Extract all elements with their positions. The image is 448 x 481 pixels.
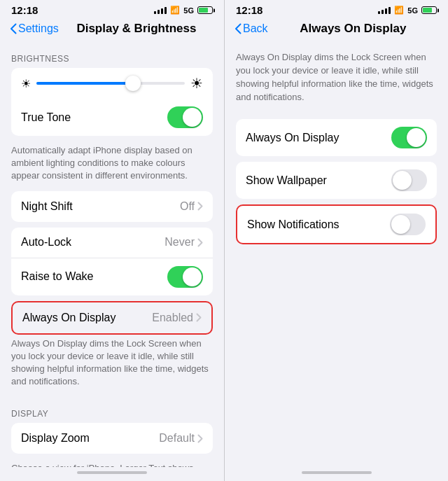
- true-tone-desc: Automatically adapt iPhone display based…: [0, 141, 224, 191]
- raise-to-wake-row[interactable]: Raise to Wake: [11, 258, 213, 295]
- display-section-label: Display: [0, 396, 224, 423]
- right-back-label: Back: [243, 22, 268, 35]
- left-scroll[interactable]: Brightness ☀ ☀ True Tone Automatically a…: [0, 41, 224, 467]
- right-home-indicator: [225, 467, 448, 481]
- raise-to-wake-toggle[interactable]: [167, 266, 203, 288]
- night-shift-label: Night Shift: [21, 200, 180, 213]
- right-status-icons: 📶 5G: [378, 6, 437, 15]
- true-tone-row[interactable]: True Tone: [11, 99, 213, 136]
- display-zoom-value: Default: [159, 432, 195, 445]
- show-wallpaper-label: Show Wallpaper: [246, 174, 391, 187]
- display-zoom-card: Display Zoom Default: [11, 423, 213, 454]
- left-home-bar: [77, 471, 147, 474]
- right-nav-bar: Back Always On Display: [225, 19, 448, 41]
- brightness-thumb: [125, 76, 141, 91]
- right-always-on-label: Always On Display: [246, 132, 391, 144]
- 5g-badge: 5G: [183, 6, 194, 15]
- right-always-on-toggle[interactable]: [391, 127, 427, 148]
- true-tone-label: True Tone: [21, 111, 167, 124]
- right-5g-badge: 5G: [407, 6, 418, 15]
- display-zoom-desc: Choose a view for iPhone. Larger Text sh…: [0, 459, 224, 467]
- left-time: 12:18: [11, 4, 38, 16]
- left-back-button[interactable]: Settings: [10, 22, 59, 35]
- night-shift-value: Off: [180, 200, 195, 213]
- right-nav-title: Always On Display: [300, 22, 406, 35]
- always-on-display-desc: Always On Display dims the Lock Screen w…: [0, 335, 224, 397]
- left-status-bar: 12:18 📶 5G: [0, 0, 224, 19]
- right-status-bar: 12:18 📶 5G: [225, 0, 448, 19]
- show-wallpaper-card: Show Wallpaper: [236, 162, 437, 199]
- night-shift-card: Night Shift Off: [11, 191, 213, 222]
- left-status-icons: 📶 5G: [154, 6, 213, 15]
- right-wifi-icon: 📶: [394, 6, 404, 15]
- left-nav-title: Display & Brightness: [76, 22, 196, 35]
- left-home-indicator: [0, 467, 224, 481]
- brightness-low-icon: ☀: [21, 77, 31, 90]
- right-battery-icon: [421, 6, 437, 14]
- left-nav-bar: Settings Display & Brightness: [0, 19, 224, 41]
- show-notifications-label: Show Notifications: [247, 218, 390, 231]
- night-shift-chevron-icon: [197, 202, 203, 211]
- right-always-on-card: Always On Display: [236, 119, 437, 156]
- right-info-text: Always On Display dims the Lock Screen w…: [225, 44, 448, 113]
- brightness-high-icon: ☀: [190, 75, 203, 92]
- auto-lock-row[interactable]: Auto-Lock Never: [11, 228, 213, 258]
- brightness-track[interactable]: [36, 82, 185, 85]
- brightness-fill: [36, 82, 133, 85]
- show-notifications-card-highlighted[interactable]: Show Notifications: [236, 204, 437, 244]
- right-home-bar: [302, 471, 372, 474]
- right-scroll[interactable]: Always On Display dims the Lock Screen w…: [225, 41, 448, 467]
- show-notifications-row[interactable]: Show Notifications: [237, 206, 435, 243]
- show-notifications-toggle[interactable]: [390, 214, 426, 235]
- auto-lock-chevron-icon: [197, 238, 203, 247]
- auto-lock-card: Auto-Lock Never Raise to Wake: [11, 228, 213, 295]
- always-on-display-card-highlighted[interactable]: Always On Display Enabled: [11, 301, 213, 335]
- right-nav-center: Always On Display: [268, 22, 438, 36]
- raise-to-wake-label: Raise to Wake: [21, 270, 167, 283]
- right-time: 12:18: [236, 4, 262, 16]
- brightness-section-label: Brightness: [0, 41, 224, 68]
- signal-icon: [154, 7, 167, 14]
- wifi-icon: 📶: [170, 6, 180, 15]
- right-panel: 12:18 📶 5G Back Always On Display: [224, 0, 448, 481]
- brightness-card: ☀ ☀ True Tone: [11, 68, 213, 136]
- right-back-button[interactable]: Back: [234, 22, 268, 35]
- battery-icon: [197, 6, 213, 14]
- right-always-on-row[interactable]: Always On Display: [236, 119, 437, 156]
- brightness-row[interactable]: ☀ ☀: [11, 68, 213, 99]
- left-back-chevron-icon: [10, 23, 17, 34]
- right-signal-icon: [378, 7, 391, 14]
- left-back-label: Settings: [18, 22, 59, 35]
- always-on-display-value: Enabled: [152, 312, 193, 324]
- auto-lock-label: Auto-Lock: [21, 236, 164, 249]
- always-on-display-chevron-icon: [196, 313, 202, 322]
- display-zoom-label: Display Zoom: [21, 432, 159, 445]
- true-tone-toggle[interactable]: [167, 106, 203, 128]
- show-wallpaper-toggle[interactable]: [391, 169, 427, 191]
- display-zoom-chevron-icon: [197, 434, 203, 443]
- always-on-display-row[interactable]: Always On Display Enabled: [13, 302, 211, 333]
- night-shift-row[interactable]: Night Shift Off: [11, 191, 213, 222]
- always-on-display-label: Always On Display: [22, 312, 152, 324]
- show-wallpaper-row[interactable]: Show Wallpaper: [236, 162, 437, 199]
- left-nav-center: Display & Brightness: [59, 22, 214, 36]
- right-back-chevron-icon: [234, 23, 241, 34]
- display-zoom-row[interactable]: Display Zoom Default: [11, 423, 213, 454]
- left-panel: 12:18 📶 5G Settings Display & Brightness: [0, 0, 224, 481]
- auto-lock-value: Never: [164, 236, 195, 249]
